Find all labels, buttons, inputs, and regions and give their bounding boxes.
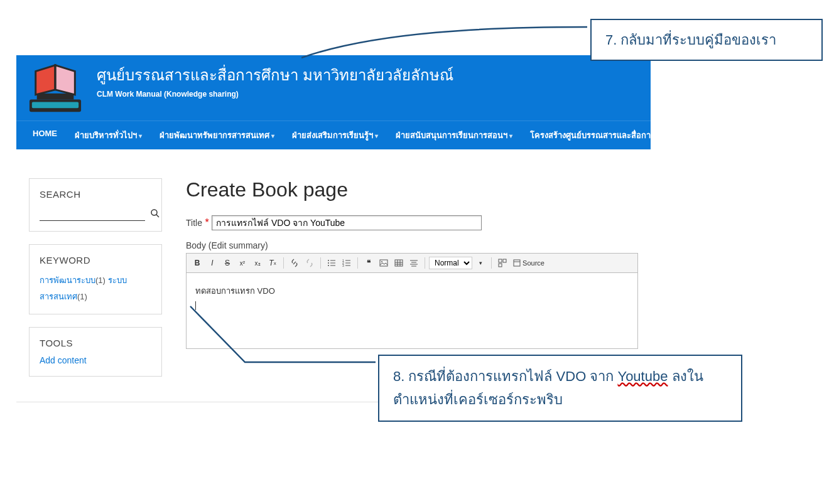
search-icon[interactable] bbox=[150, 208, 160, 221]
superscript-button[interactable]: x² bbox=[236, 256, 249, 270]
svg-rect-1 bbox=[32, 102, 79, 109]
clear-format-button[interactable]: Tx bbox=[266, 256, 279, 270]
caret-down-icon[interactable]: ▾ bbox=[474, 256, 487, 270]
nav-item-2[interactable]: ฝ่ายส่งเสริมการเรียนรู้ฯ bbox=[283, 121, 387, 149]
svg-line-5 bbox=[156, 215, 159, 217]
title-label: Title bbox=[186, 218, 202, 228]
link-button[interactable] bbox=[288, 256, 301, 270]
nav-home-label: HOME bbox=[33, 129, 57, 138]
search-line bbox=[40, 208, 151, 221]
site-header: ศูนย์บรรณสารและสื่อการศึกษา มหาวิทยาลัยว… bbox=[16, 55, 651, 121]
chevron-down-icon bbox=[507, 131, 512, 140]
svg-rect-30 bbox=[503, 259, 506, 262]
nav-item-2-label: ฝ่ายส่งเสริมการเรียนรู้ฯ bbox=[292, 131, 373, 140]
annotation-8-pre: 8. กรณีที่ต้องการแทรกไฟล์ VDO จาก bbox=[393, 368, 617, 384]
bullet-list-button[interactable] bbox=[325, 256, 338, 270]
nav-item-4-label: โครงสร้างศูนย์บรรณสารและสื่อการศึกษา bbox=[530, 131, 675, 140]
keyword-count-1: (1) bbox=[77, 292, 87, 301]
svg-point-6 bbox=[328, 260, 329, 261]
header-text: ศูนย์บรรณสารและสื่อการศึกษา มหาวิทยาลัยว… bbox=[97, 62, 453, 99]
nav-item-1-label: ฝ่ายพัฒนาทรัพยากรสารสนเทศ bbox=[160, 131, 269, 140]
strike-button[interactable]: S bbox=[220, 256, 234, 270]
image-button[interactable] bbox=[377, 256, 391, 270]
nav-item-1[interactable]: ฝ่ายพัฒนาทรัพยากรสารสนเทศ bbox=[151, 121, 283, 149]
title-field: Title * bbox=[186, 215, 638, 230]
title-input[interactable] bbox=[212, 215, 482, 230]
toolbar-separator bbox=[320, 257, 321, 269]
sidebar: SEARCH KEYWORD การพัฒนาระบบ(1) ระบบสารสน… bbox=[16, 178, 168, 389]
tools-title: TOOLS bbox=[40, 338, 151, 348]
italic-button[interactable]: I bbox=[205, 256, 219, 270]
toolbar-separator bbox=[491, 257, 492, 269]
toolbar-separator bbox=[283, 257, 284, 269]
format-select[interactable]: Normal bbox=[429, 257, 472, 269]
toolbar-separator bbox=[357, 257, 358, 269]
keyword-title: KEYWORD bbox=[40, 255, 151, 265]
app-window: ศูนย์บรรณสารและสื่อการศึกษา มหาวิทยาลัยว… bbox=[16, 55, 651, 402]
sidebar-keyword-box: KEYWORD การพัฒนาระบบ(1) ระบบสารสนเทศ(1) bbox=[29, 244, 162, 314]
keyword-list: การพัฒนาระบบ(1) ระบบสารสนเทศ(1) bbox=[40, 272, 151, 304]
required-asterisk: * bbox=[205, 217, 208, 228]
svg-rect-18 bbox=[380, 260, 387, 266]
body-label: Body (Edit summary) bbox=[186, 240, 638, 250]
svg-point-8 bbox=[328, 262, 329, 264]
svg-point-19 bbox=[381, 261, 382, 262]
svg-point-10 bbox=[328, 265, 329, 266]
svg-rect-32 bbox=[514, 260, 520, 266]
text-cursor bbox=[195, 301, 196, 310]
editor-text: ทดสอบการแทรก VDO bbox=[195, 284, 629, 298]
editor-content[interactable]: ทดสอบการแทรก VDO bbox=[187, 273, 637, 348]
site-logo bbox=[23, 62, 88, 117]
show-blocks-button[interactable] bbox=[496, 256, 509, 270]
annotation-8-word: Youtube bbox=[617, 368, 668, 384]
site-subtitle: CLM Work Manual (Knowledge sharing) bbox=[97, 90, 453, 99]
svg-rect-2 bbox=[37, 94, 74, 100]
editor-toolbar: B I S x² x₂ Tx bbox=[187, 254, 637, 273]
svg-rect-29 bbox=[499, 259, 502, 262]
svg-text:3: 3 bbox=[342, 264, 344, 267]
main-nav: HOME ฝ่ายบริหารทั่วไปฯ ฝ่ายพัฒนาทรัพยากร… bbox=[16, 121, 651, 149]
blockquote-button[interactable]: ❝ bbox=[362, 256, 376, 270]
unlink-button[interactable] bbox=[303, 256, 317, 270]
nav-item-4[interactable]: โครงสร้างศูนย์บรรณสารและสื่อการศึกษา bbox=[521, 121, 689, 149]
connector-line-7 bbox=[301, 25, 590, 60]
nav-home[interactable]: HOME bbox=[24, 121, 66, 149]
subscript-button[interactable]: x₂ bbox=[251, 256, 264, 270]
svg-rect-31 bbox=[499, 264, 502, 267]
search-title: SEARCH bbox=[40, 189, 151, 200]
chevron-down-icon bbox=[269, 131, 274, 140]
keyword-link-0[interactable]: การพัฒนาระบบ bbox=[40, 276, 95, 285]
svg-rect-20 bbox=[395, 260, 403, 266]
keyword-count-0: (1) bbox=[95, 276, 106, 285]
chevron-down-icon bbox=[373, 131, 378, 140]
table-button[interactable] bbox=[392, 256, 406, 270]
chevron-down-icon bbox=[137, 131, 142, 140]
align-button[interactable] bbox=[407, 256, 421, 270]
nav-item-0[interactable]: ฝ่ายบริหารทั่วไปฯ bbox=[66, 121, 151, 149]
bold-button[interactable]: B bbox=[190, 256, 204, 270]
chevron-down-icon bbox=[675, 131, 680, 140]
sidebar-search-box: SEARCH bbox=[29, 178, 162, 232]
cursor-line bbox=[195, 298, 629, 310]
annotation-callout-8: 8. กรณีที่ต้องการแทรกไฟล์ VDO จาก Youtub… bbox=[378, 355, 742, 422]
toolbar-separator bbox=[425, 257, 425, 269]
source-button[interactable]: Source bbox=[511, 258, 547, 268]
annotation-7-text: 7. กลับมาที่ระบบคู่มือของเรา bbox=[605, 32, 776, 48]
page-title: Create Book page bbox=[186, 178, 638, 201]
sidebar-tools-box: TOOLS Add content bbox=[29, 327, 162, 377]
site-title: ศูนย์บรรณสารและสื่อการศึกษา มหาวิทยาลัยว… bbox=[97, 63, 453, 87]
nav-item-0-label: ฝ่ายบริหารทั่วไปฯ bbox=[75, 131, 137, 140]
nav-item-3[interactable]: ฝ่ายสนับสนุนการเรียนการสอนฯ bbox=[387, 121, 521, 149]
add-content-link[interactable]: Add content bbox=[40, 355, 87, 365]
svg-point-4 bbox=[151, 210, 157, 215]
number-list-button[interactable]: 123 bbox=[340, 256, 354, 270]
rich-text-editor: B I S x² x₂ Tx bbox=[186, 253, 638, 349]
annotation-callout-7: 7. กลับมาที่ระบบคู่มือของเรา bbox=[590, 19, 823, 61]
nav-item-3-label: ฝ่ายสนับสนุนการเรียนการสอนฯ bbox=[396, 131, 507, 140]
search-input[interactable] bbox=[40, 208, 145, 221]
source-label: Source bbox=[523, 259, 544, 267]
